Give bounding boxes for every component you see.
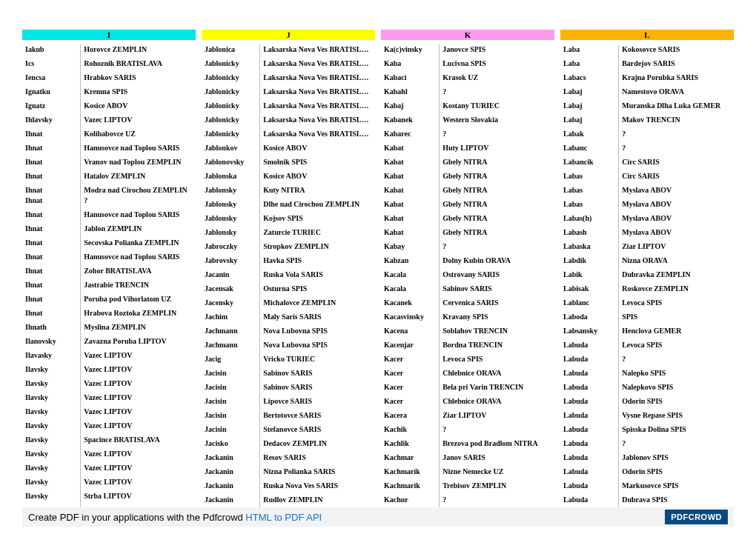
- place-cell: Kosice ABOV: [260, 171, 375, 185]
- table-row: IlavaskyVazec LIPTOV: [22, 350, 196, 364]
- surname-cell: Labanc: [560, 143, 619, 157]
- place-cell: Vazec LIPTOV: [81, 393, 196, 407]
- table-row: Kabay?: [381, 241, 554, 256]
- surname-cell: Ilavsky: [22, 491, 81, 505]
- place-cell: Sabinov SARIS: [440, 284, 554, 298]
- place-cell: Vricko TURIEC: [260, 354, 375, 368]
- place-cell: ?: [440, 129, 554, 143]
- table-row: LabisakRoskovce ZEMPLIN: [560, 284, 734, 298]
- surname-cell: Labaj: [560, 101, 619, 115]
- place-cell: Odorin SPIS: [619, 467, 734, 481]
- surname-cell: Iencsa: [22, 73, 81, 87]
- surname-cell: Labuda: [560, 481, 619, 495]
- place-cell: Ziar LIPTOV: [440, 410, 554, 424]
- place-cell: Myslava ABOV: [619, 213, 734, 227]
- table-row: JablonskyDlhe nad Cirochou ZEMPLIN: [202, 199, 375, 213]
- place-cell: Vazec LIPTOV: [81, 449, 196, 463]
- place-cell: Myslava ABOV: [619, 227, 734, 241]
- table-row: Ka(c)vinskyJanovce SPIS: [381, 44, 554, 59]
- place-cell: Levoca SPIS: [440, 354, 554, 368]
- surname-cell: Jablonicky: [202, 129, 260, 143]
- place-cell: ?: [440, 424, 554, 438]
- column-J: JJablonicaLaksarska Nova Ves BRATISLAVAJ…: [202, 30, 375, 523]
- place-cell: Michalovce ZEMPLIN: [260, 298, 375, 312]
- place-cell: Circ SARIS: [619, 157, 734, 171]
- surname-cell: Jachmann: [202, 326, 260, 340]
- table-row: LabudaOdorin SPIS: [560, 396, 734, 410]
- place-cell: Smolnik SPIS: [260, 157, 375, 171]
- surname-cell: Jacig: [202, 354, 260, 368]
- column-K: KKa(c)vinskyJanovce SPISKabaLucivna SPIS…: [381, 30, 554, 523]
- footer-text: Create PDF in your applications with the…: [28, 512, 322, 523]
- place-cell: Jastrabie TRENCIN: [81, 280, 196, 294]
- table-row: KacerBela pri Varin TRENCIN: [381, 382, 554, 396]
- table-row: Labas(h)Myslava ABOV: [560, 213, 734, 227]
- place-cell: Gbely NITRA: [440, 157, 554, 171]
- place-cell: Maly Saris SARIS: [260, 312, 375, 326]
- place-cell: Vazec LIPTOV: [81, 378, 196, 393]
- table-row: JachimMaly Saris SARIS: [202, 312, 375, 326]
- surname-cell: Jabrovsky: [202, 256, 260, 270]
- surname-cell: Kachlik: [381, 438, 440, 453]
- table-row: IlavskyVazec LIPTOV: [22, 449, 196, 463]
- surname-cell: Kabanek: [381, 115, 440, 129]
- surname-cell: Ihnat: [22, 308, 81, 322]
- table-row: KacanekCervenica SARIS: [381, 298, 554, 312]
- table-row: JablonkovKosice ABOV: [202, 143, 375, 157]
- table-row: JablonickyLaksarska Nova Ves BRATISLAVA: [202, 73, 375, 87]
- place-cell: Nizna ORAVA: [619, 256, 734, 270]
- table-row: IlavskyVazec LIPTOV: [22, 421, 196, 435]
- surname-cell: Jacisin: [202, 396, 260, 410]
- place-cell: Laksarska Nova Ves BRATISLAVA: [260, 44, 375, 59]
- table-row: LabudaLevoca SPIS: [560, 340, 734, 354]
- surname-cell: Kacer: [381, 382, 440, 396]
- table-row: LabodaSPIS: [560, 312, 734, 326]
- table-row: IgnatzKosice ABOV: [22, 101, 196, 115]
- place-cell: Zohor BRATISLAVA: [81, 266, 196, 280]
- surname-cell: Ilavsky: [22, 449, 81, 463]
- surname-cell: Jacensak: [202, 284, 260, 298]
- surname-cell: Jachmann: [202, 340, 260, 354]
- place-cell: Laksarska Nova Ves BRATISLAVA: [260, 101, 375, 115]
- footer-link[interactable]: HTML to PDF API: [245, 512, 322, 523]
- surname-cell: Kabaci: [381, 73, 440, 87]
- place-cell: Vazec LIPTOV: [81, 463, 196, 477]
- table-row: KabatGbely NITRA: [381, 171, 554, 185]
- table-row: LabudaJablonov SPIS: [560, 453, 734, 467]
- place-cell: ?: [440, 87, 554, 101]
- table-row: IlavskyStrba LIPTOV: [22, 491, 196, 505]
- place-cell: Brezova pod Bradlom NITRA: [440, 438, 554, 453]
- table-row: JacisinStefanovce SARIS: [202, 424, 375, 438]
- place-cell: Janov SARIS: [440, 453, 554, 467]
- table-row: IlavskyVazec LIPTOV: [22, 393, 196, 407]
- surname-cell: Ilavsky: [22, 393, 81, 407]
- place-cell: Ziar LIPTOV: [619, 241, 734, 256]
- place-cell: Secovska Polianka ZEMPLIN: [81, 238, 196, 252]
- table-row: KacalaOstrovany SARIS: [381, 270, 554, 284]
- table-row: KacerChlebnice ORAVA: [381, 396, 554, 410]
- surname-cell: Jablonica: [202, 44, 260, 59]
- surname-cell: Labuda: [560, 467, 619, 481]
- place-cell: Dolny Kubin ORAVA: [440, 256, 554, 270]
- table-row: KacerChlebnice ORAVA: [381, 368, 554, 382]
- surname-cell: Jackanin: [202, 481, 260, 495]
- place-cell: Spacince BRATISLAVA: [81, 435, 196, 449]
- table-row: Labak?: [560, 129, 734, 143]
- surname-cell: Kachmarik: [381, 467, 440, 481]
- place-cell: Spisska Dolina SPIS: [619, 424, 734, 438]
- surname-cell: Ihnat: [22, 224, 81, 238]
- surname-cell: Labaska: [560, 241, 619, 256]
- surname-cell: Jablonsky: [202, 199, 260, 213]
- table-row: LabajMakov TRENCIN: [560, 115, 734, 129]
- place-cell: Trebisov ZEMPLIN: [440, 481, 554, 495]
- place-cell: Henclova GEMER: [619, 326, 734, 340]
- place-cell: Zaturcie TURIEC: [260, 227, 375, 241]
- surname-cell: Jacisin: [202, 410, 260, 424]
- column-header-L: L: [560, 30, 734, 40]
- surname-cell: Kacera: [381, 410, 440, 424]
- surname-cell: Ilavsky: [22, 364, 81, 378]
- pdfcrowd-badge[interactable]: PDFCROWD: [665, 510, 728, 524]
- place-cell: Resov SARIS: [260, 453, 375, 467]
- surname-cell: Ka(c)vinsky: [381, 44, 440, 59]
- surname-cell: Kacala: [381, 270, 440, 284]
